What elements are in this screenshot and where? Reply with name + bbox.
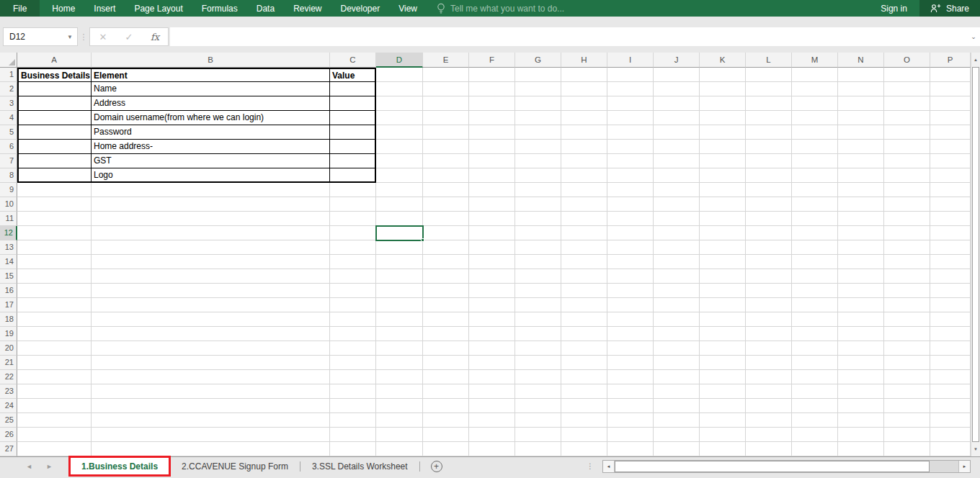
cell-E1[interactable] (423, 68, 469, 82)
cell-M27[interactable] (792, 442, 838, 456)
cell-K16[interactable] (700, 284, 746, 298)
cell-H23[interactable] (561, 384, 607, 399)
cell-O7[interactable] (884, 154, 930, 168)
cell-K17[interactable] (700, 298, 746, 312)
cell-B24[interactable] (92, 399, 330, 413)
cell-O5[interactable] (884, 125, 930, 140)
cell-B7[interactable]: GST (92, 154, 330, 168)
ribbon-tab-developer[interactable]: Developer (331, 0, 390, 17)
cell-N20[interactable] (838, 341, 884, 356)
cell-G16[interactable] (515, 284, 561, 298)
name-box[interactable]: D12 ▼ (3, 27, 78, 46)
cell-A2[interactable] (17, 82, 92, 96)
cell-A10[interactable] (17, 197, 92, 212)
cell-A4[interactable] (17, 111, 92, 125)
cell-I4[interactable] (607, 111, 654, 125)
cell-M5[interactable] (792, 125, 838, 140)
cell-J20[interactable] (654, 341, 700, 356)
column-header-P[interactable]: P (930, 53, 971, 68)
cell-H7[interactable] (561, 154, 607, 168)
cell-H12[interactable] (561, 226, 607, 240)
next-sheet-icon[interactable]: ► (46, 457, 53, 475)
cell-E10[interactable] (423, 197, 469, 212)
cell-P14[interactable] (930, 255, 971, 269)
cell-D3[interactable] (376, 96, 423, 111)
cell-B11[interactable] (92, 212, 330, 226)
cell-H9[interactable] (561, 183, 607, 197)
ribbon-tab-home[interactable]: Home (43, 0, 84, 17)
cell-M7[interactable] (792, 154, 838, 168)
cell-N19[interactable] (838, 327, 884, 341)
cell-D18[interactable] (376, 312, 423, 327)
ribbon-tab-review[interactable]: Review (284, 0, 331, 17)
cell-F20[interactable] (469, 341, 515, 356)
cell-A1[interactable]: Business Details (17, 68, 92, 82)
cell-P8[interactable] (930, 168, 971, 183)
cell-O23[interactable] (884, 384, 930, 399)
cell-P16[interactable] (930, 284, 971, 298)
cell-J21[interactable] (654, 356, 700, 370)
row-header-13[interactable]: 13 (0, 240, 17, 255)
cell-E27[interactable] (423, 442, 469, 456)
cell-J26[interactable] (654, 428, 700, 442)
cell-H1[interactable] (561, 68, 607, 82)
cell-N13[interactable] (838, 240, 884, 255)
cell-F13[interactable] (469, 240, 515, 255)
cell-A12[interactable] (17, 226, 92, 240)
cell-B25[interactable] (92, 413, 330, 428)
cell-M1[interactable] (792, 68, 838, 82)
cell-B18[interactable] (92, 312, 330, 327)
column-header-G[interactable]: G (515, 53, 561, 68)
cell-O1[interactable] (884, 68, 930, 82)
cell-A20[interactable] (17, 341, 92, 356)
cell-N4[interactable] (838, 111, 884, 125)
cell-B9[interactable] (92, 183, 330, 197)
ribbon-tab-formulas[interactable]: Formulas (192, 0, 247, 17)
cell-M11[interactable] (792, 212, 838, 226)
cell-F9[interactable] (469, 183, 515, 197)
cell-H19[interactable] (561, 327, 607, 341)
cell-E14[interactable] (423, 255, 469, 269)
share-button[interactable]: Share (919, 0, 980, 17)
horizontal-scrollbar[interactable]: ◄ ► (602, 460, 971, 473)
cell-M3[interactable] (792, 96, 838, 111)
cell-E15[interactable] (423, 269, 469, 284)
row-header-2[interactable]: 2 (0, 82, 17, 96)
cell-P24[interactable] (930, 399, 971, 413)
cell-J14[interactable] (654, 255, 700, 269)
cell-F18[interactable] (469, 312, 515, 327)
cell-P25[interactable] (930, 413, 971, 428)
cell-M18[interactable] (792, 312, 838, 327)
cell-E23[interactable] (423, 384, 469, 399)
cell-L19[interactable] (746, 327, 792, 341)
row-header-24[interactable]: 24 (0, 399, 17, 413)
column-header-N[interactable]: N (838, 53, 884, 68)
cell-G20[interactable] (515, 341, 561, 356)
cell-F15[interactable] (469, 269, 515, 284)
cell-M20[interactable] (792, 341, 838, 356)
cell-G21[interactable] (515, 356, 561, 370)
cell-N3[interactable] (838, 96, 884, 111)
cell-B22[interactable] (92, 370, 330, 384)
row-header-15[interactable]: 15 (0, 269, 17, 284)
cell-L23[interactable] (746, 384, 792, 399)
cell-M21[interactable] (792, 356, 838, 370)
cell-I8[interactable] (607, 168, 654, 183)
cell-P21[interactable] (930, 356, 971, 370)
row-header-9[interactable]: 9 (0, 183, 17, 197)
cell-C10[interactable] (330, 197, 376, 212)
cell-C23[interactable] (330, 384, 376, 399)
cell-K5[interactable] (700, 125, 746, 140)
cell-C17[interactable] (330, 298, 376, 312)
cell-N5[interactable] (838, 125, 884, 140)
cell-K22[interactable] (700, 370, 746, 384)
cell-D11[interactable] (376, 212, 423, 226)
sheet-tab-2[interactable]: 2.CCAVENUE Signup Form (170, 457, 300, 475)
cell-I6[interactable] (607, 140, 654, 154)
cell-I15[interactable] (607, 269, 654, 284)
cell-K8[interactable] (700, 168, 746, 183)
cell-P26[interactable] (930, 428, 971, 442)
cell-J5[interactable] (654, 125, 700, 140)
cell-B8[interactable]: Logo (92, 168, 330, 183)
cell-I5[interactable] (607, 125, 654, 140)
